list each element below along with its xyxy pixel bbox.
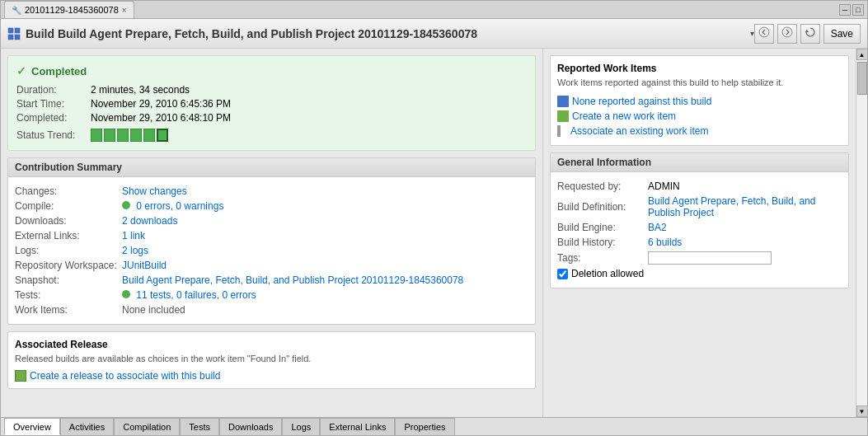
right-panel: Reported Work Items Work items reported … [542,49,856,417]
changes-value: Show changes [122,185,187,197]
bottom-tabs: Overview Activities Compilation Tests Do… [1,417,867,435]
work-items-title: Reported Work Items [557,63,842,74]
changes-label: Changes: [15,185,122,197]
panels-wrapper: ✓ Completed Duration: 2 minutes, 34 seco… [1,49,867,417]
requested-by-row: Requested by: ADMIN [557,179,842,194]
build-engine-row: Build Engine: BA2 [557,220,842,235]
tests-value: 11 tests, 0 failures, 0 errors [122,289,256,301]
contribution-title: Contribution Summary [8,158,535,177]
build-history-row: Build History: 6 builds [557,235,842,250]
deletion-checkbox[interactable] [557,269,568,279]
downloads-value: 2 downloads [122,215,177,227]
repo-value: JUnitBuild [122,260,167,271]
title-bar: Build Build Agent Prepare, Fetch, Build,… [1,19,867,49]
requested-by-label: Requested by: [557,180,648,192]
tab-external-links[interactable]: External Links [320,418,395,435]
snapshot-value: Build Agent Prepare, Fetch, Build, and P… [122,274,463,286]
compile-label: Compile: [15,200,122,212]
repo-link[interactable]: JUnitBuild [122,260,167,271]
svg-rect-1 [15,28,20,33]
create-work-item-icon [557,110,569,122]
scroll-up-button[interactable]: ▲ [856,49,868,60]
work-items-section: Reported Work Items Work items reported … [550,55,849,146]
tab-close-icon[interactable]: × [122,6,127,15]
downloads-label: Downloads: [15,215,122,227]
back-icon [758,26,770,40]
content-area: ✓ Completed Duration: 2 minutes, 34 seco… [1,49,867,417]
tags-input[interactable] [648,251,772,265]
completed-label: Completed: [16,112,91,124]
compile-link[interactable]: 0 errors, 0 warnings [136,200,223,212]
associate-work-item-icon [557,125,561,137]
duration-row: Duration: 2 minutes, 34 seconds [16,84,527,96]
external-link[interactable]: 1 link [122,230,145,241]
assoc-release-link[interactable]: Create a release to associate with this … [30,370,220,382]
logs-label: Logs: [15,245,122,256]
completed-value: November 29, 2010 6:48:10 PM [91,112,231,124]
contrib-snapshot: Snapshot: Build Agent Prepare, Fetch, Bu… [15,273,528,288]
trend-bar-5 [143,129,155,142]
build-def-link[interactable]: Build Agent Prepare, Fetch, Build, and P… [648,195,815,218]
completed-row: Completed: November 29, 2010 6:48:10 PM [16,112,527,124]
assoc-release-icon [15,370,26,382]
contribution-body: Changes: Show changes Compile: 0 errors,… [8,177,535,324]
tests-link[interactable]: 11 tests, 0 failures, 0 errors [136,289,256,301]
maximize-button[interactable]: □ [852,4,864,16]
snapshot-link[interactable]: Build Agent Prepare, Fetch, Build, and P… [122,274,463,286]
page-title: Build Build Agent Prepare, Fetch, Build,… [26,27,747,40]
contrib-external: External Links: 1 link [15,228,528,243]
window-tab[interactable]: 🔧 20101129-1845360078 × [4,1,134,18]
build-engine-value: BA2 [648,222,842,233]
assoc-title: Associated Release [15,339,528,350]
none-reported-link[interactable]: None reported against this build [572,96,711,107]
window-controls: ─ □ [839,4,867,16]
refresh-button[interactable] [800,24,820,44]
contribution-section: Contribution Summary Changes: Show chang… [7,157,536,325]
build-def-label: Build Definition: [557,201,648,213]
requested-by-value: ADMIN [648,180,842,192]
refresh-icon [805,26,816,40]
svg-rect-0 [8,28,13,33]
tab-logs[interactable]: Logs [282,418,320,435]
start-label: Start Time: [16,98,91,110]
associate-work-item-link[interactable]: Associate an existing work item [570,125,708,137]
logs-link[interactable]: 2 logs [122,245,148,256]
build-engine-link[interactable]: BA2 [648,222,667,233]
trend-bar-2 [104,129,115,142]
downloads-link[interactable]: 2 downloads [122,215,177,227]
scroll-down-button[interactable]: ▼ [856,406,868,417]
save-button[interactable]: Save [823,24,861,44]
tab-compilation[interactable]: Compilation [114,418,180,435]
tab-properties[interactable]: Properties [395,418,454,435]
contrib-workitems: Work Items: None included [15,302,528,317]
deletion-label: Deletion allowed [571,268,644,279]
back-button[interactable] [754,24,774,44]
tab-activities[interactable]: Activities [60,418,114,435]
duration-value: 2 minutes, 34 seconds [91,84,190,96]
create-work-item-link[interactable]: Create a new work item [572,110,676,122]
window: 🔧 20101129-1845360078 × ─ □ Build Build … [0,0,868,436]
start-value: November 29, 2010 6:45:36 PM [91,98,231,110]
contrib-tests: Tests: 11 tests, 0 failures, 0 errors [15,288,528,302]
status-title: Completed [31,65,87,77]
status-box: ✓ Completed Duration: 2 minutes, 34 seco… [7,55,536,151]
minimize-button[interactable]: ─ [839,4,851,16]
changes-link[interactable]: Show changes [122,185,187,197]
logs-value: 2 logs [122,245,148,256]
forward-button[interactable] [777,24,797,44]
general-info-title: General Information [551,153,848,172]
trend-bar-1 [91,129,102,142]
scroll-thumb[interactable] [857,62,867,95]
build-def-row: Build Definition: Build Agent Prepare, F… [557,194,842,220]
toolbar-actions: Save [754,24,861,44]
tests-dot [122,290,130,298]
svg-point-5 [782,27,792,37]
external-label: External Links: [15,230,122,241]
deletion-row: Deletion allowed [557,266,842,281]
tab-overview[interactable]: Overview [4,418,60,435]
tags-label: Tags: [557,252,648,264]
svg-point-4 [759,27,769,37]
tab-downloads[interactable]: Downloads [219,418,282,435]
build-history-link[interactable]: 6 builds [648,237,682,248]
tab-tests[interactable]: Tests [180,418,219,435]
